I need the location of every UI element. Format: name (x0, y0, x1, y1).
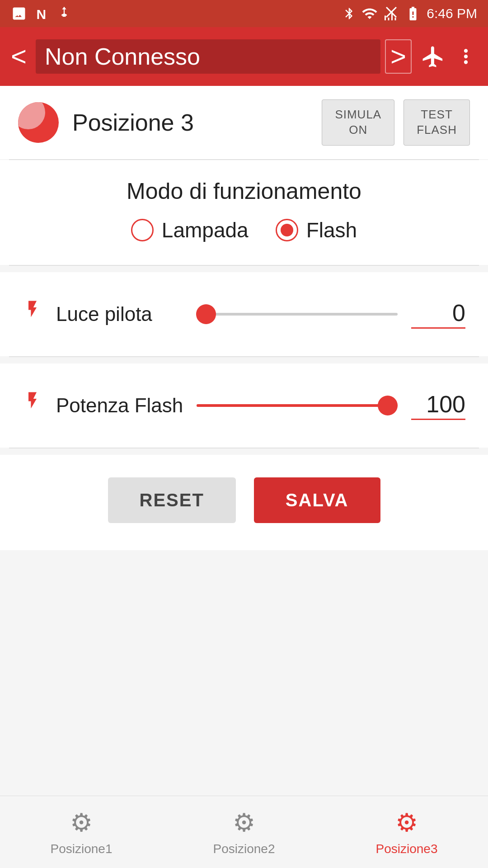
divider-3 (9, 356, 479, 357)
signal-icon (383, 5, 399, 22)
gear-icon-1: ⚙ (70, 808, 93, 837)
position-icon-inner (18, 102, 45, 129)
potenza-flash-underline (411, 419, 465, 420)
app-bar-icons (421, 44, 477, 69)
potenza-flash-slider[interactable] (197, 392, 398, 419)
bolt-icon-1 (23, 299, 42, 329)
mode-options: Lampada Flash (23, 218, 465, 242)
gear-icon-3: ⚙ (395, 808, 418, 837)
potenza-flash-label: Potenza Flash (56, 394, 183, 417)
potenza-flash-row: Potenza Flash 100 (23, 382, 465, 429)
mode-option-lampada[interactable]: Lampada (131, 218, 249, 242)
luce-pilota-underline (411, 327, 465, 329)
position-icon (18, 102, 59, 143)
photo-icon (11, 5, 27, 22)
back-button[interactable]: < (11, 43, 36, 70)
luce-pilota-section: Luce pilota 0 (0, 272, 488, 356)
position-header: Posizione 3 SIMULAON TESTFLASH (0, 86, 488, 159)
status-time: 6:46 PM (427, 6, 477, 21)
bluetooth-icon (343, 5, 356, 22)
usb-icon (58, 5, 70, 22)
mode-option-flash[interactable]: Flash (276, 218, 357, 242)
save-button[interactable]: SALVA (254, 477, 380, 523)
status-bar-left: N (11, 5, 70, 22)
simulate-button[interactable]: SIMULAON (322, 99, 394, 146)
more-icon (455, 45, 477, 68)
radio-flash-inner (281, 224, 293, 236)
forward-button[interactable]: > (385, 39, 412, 74)
nav-item-posizione1[interactable]: ⚙ Posizione1 (0, 808, 163, 856)
position-title: Posizione 3 (72, 109, 308, 136)
nav-label-posizione3: Posizione3 (376, 842, 438, 856)
luce-pilota-label: Luce pilota (56, 303, 183, 326)
mode-title: Modo di funzionamento (23, 178, 465, 204)
mode-label-flash: Flash (306, 218, 357, 242)
divider-4 (9, 448, 479, 448)
potenza-flash-thumb[interactable] (378, 396, 398, 415)
status-bar-right: 6:46 PM (343, 5, 477, 22)
reset-button[interactable]: RESET (108, 477, 236, 523)
nav-label-posizione2: Posizione2 (213, 842, 275, 856)
potenza-flash-value: 100 (426, 391, 465, 418)
wifi-icon (361, 5, 378, 22)
potenza-flash-fill (197, 404, 398, 407)
potenza-flash-value-container: 100 (411, 391, 465, 420)
connection-status: Non Connesso (36, 39, 380, 74)
mode-label-lampada: Lampada (162, 218, 249, 242)
nav-item-posizione3[interactable]: ⚙ Posizione3 (325, 808, 488, 856)
luce-pilota-track (196, 313, 398, 316)
battery-icon (405, 5, 421, 22)
svg-text:N: N (37, 7, 47, 22)
nav-item-posizione2[interactable]: ⚙ Posizione2 (163, 808, 325, 856)
luce-pilota-value-container: 0 (411, 299, 465, 329)
action-buttons-section: RESET SALVA (0, 455, 488, 550)
mode-section: Modo di funzionamento Lampada Flash (0, 160, 488, 265)
test-flash-button[interactable]: TESTFLASH (404, 99, 470, 146)
radio-lampada (131, 219, 154, 241)
header-buttons: SIMULAON TESTFLASH (322, 99, 470, 146)
radio-flash (276, 219, 298, 241)
app-bar: < Non Connesso > (0, 27, 488, 86)
luce-pilota-thumb[interactable] (196, 304, 216, 324)
luce-pilota-value: 0 (452, 299, 465, 326)
nav-label-posizione1: Posizione1 (51, 842, 113, 856)
luce-pilota-slider[interactable] (196, 301, 398, 328)
more-options-button[interactable] (455, 45, 477, 68)
airplane-mode-button[interactable] (421, 44, 446, 69)
divider-2 (9, 265, 479, 266)
airplane-icon (421, 44, 446, 69)
luce-pilota-row: Luce pilota 0 (23, 290, 465, 338)
bottom-nav: ⚙ Posizione1 ⚙ Posizione2 ⚙ Posizione3 (0, 796, 488, 868)
n-icon: N (34, 5, 51, 22)
status-bar: N 6:46 PM (0, 0, 488, 27)
gear-icon-2: ⚙ (233, 808, 255, 837)
potenza-flash-track (197, 404, 398, 407)
potenza-flash-section: Potenza Flash 100 (0, 363, 488, 448)
bolt-icon-2 (23, 391, 42, 420)
